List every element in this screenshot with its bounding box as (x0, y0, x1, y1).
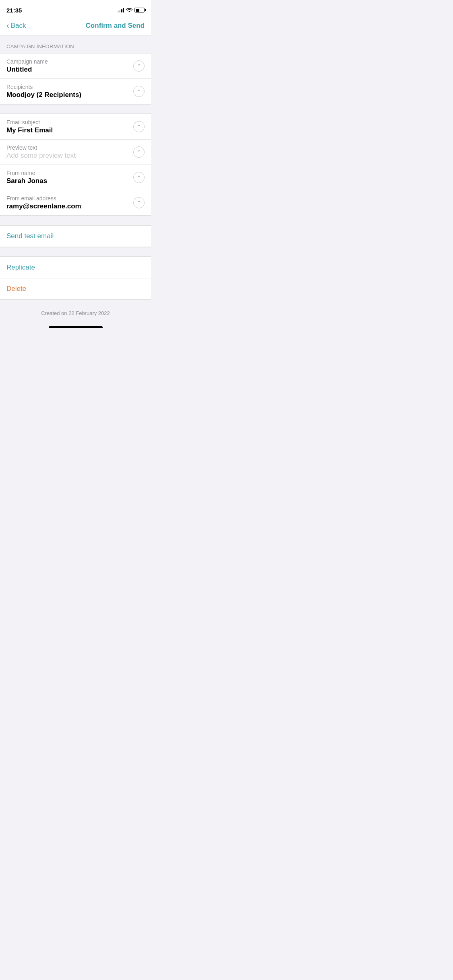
email-subject-content: Email subject My First Email (6, 119, 133, 134)
from-email-content: From email address ramy@screenlane.com (6, 195, 133, 210)
email-list: Email subject My First Email ⌃ Preview t… (0, 114, 151, 216)
campaign-name-row[interactable]: Campaign name Untitled ⌃ (0, 54, 151, 79)
campaign-list: Campaign name Untitled ⌃ Recipients Mood… (0, 53, 151, 104)
recipients-value: Moodjoy (2 Recipients) (6, 91, 133, 99)
footer: Created on 22 February 2022 (0, 300, 151, 323)
email-subject-label: Email subject (6, 119, 133, 126)
send-test-email-label: Send test email (6, 232, 54, 240)
recipients-row[interactable]: Recipients Moodjoy (2 Recipients) ⌃ (0, 79, 151, 104)
status-bar: 21:35 (0, 0, 151, 18)
back-chevron-icon: ‹ (6, 21, 9, 30)
campaign-section-header: CAMPAIGN INFORMATION (0, 35, 151, 53)
campaign-section-label: CAMPAIGN INFORMATION (6, 43, 74, 49)
from-email-label: From email address (6, 195, 133, 202)
nav-bar: ‹ Back Confirm and Send (0, 18, 151, 35)
battery-icon (134, 8, 145, 12)
wifi-icon (126, 7, 132, 13)
delete-button[interactable]: Delete (0, 278, 151, 299)
preview-text-content: Preview text Add some preview text (6, 144, 133, 160)
preview-text-row[interactable]: Preview text Add some preview text ⌃ (0, 140, 151, 165)
preview-text-chevron-icon[interactable]: ⌃ (133, 146, 145, 158)
section-divider-3 (0, 247, 151, 257)
send-test-email-button[interactable]: Send test email (0, 226, 151, 247)
signal-icon (118, 8, 124, 12)
preview-text-label: Preview text (6, 144, 133, 151)
section-divider-2 (0, 216, 151, 225)
back-label: Back (11, 22, 26, 30)
back-button[interactable]: ‹ Back (6, 21, 26, 30)
replicate-delete-container: Replicate Delete (0, 257, 151, 300)
email-subject-chevron-icon[interactable]: ⌃ (133, 121, 145, 132)
campaign-name-content: Campaign name Untitled (6, 58, 133, 74)
created-date: Created on 22 February 2022 (41, 310, 110, 316)
section-divider-1 (0, 104, 151, 114)
replicate-button[interactable]: Replicate (0, 257, 151, 278)
from-name-row[interactable]: From name Sarah Jonas ⌃ (0, 165, 151, 190)
from-email-value: ramy@screenlane.com (6, 202, 133, 210)
replicate-label: Replicate (6, 264, 35, 271)
status-time: 21:35 (6, 7, 22, 14)
campaign-name-chevron-icon[interactable]: ⌃ (133, 60, 145, 72)
from-name-chevron-icon[interactable]: ⌃ (133, 172, 145, 183)
from-name-value: Sarah Jonas (6, 177, 133, 185)
from-name-label: From name (6, 170, 133, 176)
status-icons (118, 7, 145, 13)
page-title: Confirm and Send (86, 22, 145, 30)
delete-label: Delete (6, 285, 26, 292)
send-test-container: Send test email (0, 225, 151, 247)
from-email-chevron-icon[interactable]: ⌃ (133, 197, 145, 208)
preview-text-value: Add some preview text (6, 152, 133, 160)
recipients-content: Recipients Moodjoy (2 Recipients) (6, 84, 133, 99)
campaign-name-value: Untitled (6, 66, 133, 74)
email-subject-value: My First Email (6, 126, 133, 134)
from-email-row[interactable]: From email address ramy@screenlane.com ⌃ (0, 190, 151, 215)
home-indicator (49, 326, 103, 328)
from-name-content: From name Sarah Jonas (6, 170, 133, 185)
email-subject-row[interactable]: Email subject My First Email ⌃ (0, 114, 151, 140)
campaign-name-label: Campaign name (6, 58, 133, 65)
recipients-label: Recipients (6, 84, 133, 90)
home-indicator-container (0, 323, 151, 333)
recipients-chevron-icon[interactable]: ⌃ (133, 86, 145, 97)
